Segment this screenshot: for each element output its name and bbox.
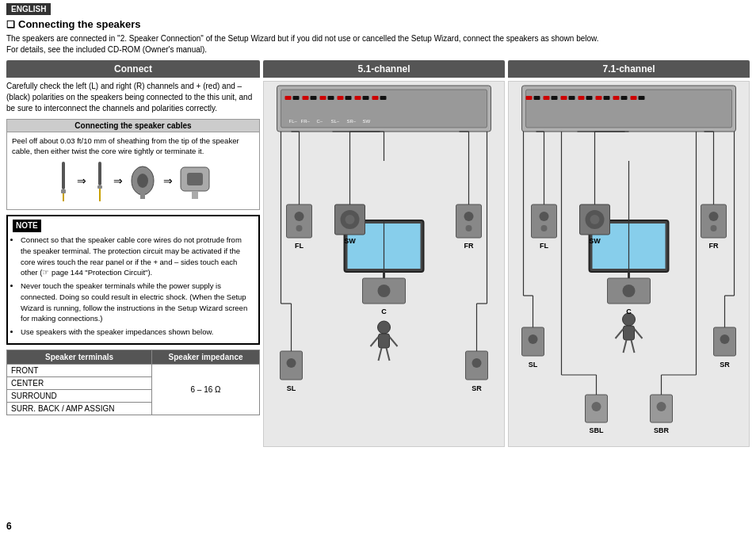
svg-rect-91: [621, 96, 628, 100]
svg-text:SBR: SBR: [654, 426, 670, 434]
terminal-surround: SURROUND: [7, 389, 152, 402]
ch71-diagram: FL FR C SW: [508, 81, 750, 447]
svg-point-58: [287, 358, 296, 368]
channel-71-column: 7.1-channel: [508, 60, 750, 447]
svg-point-48: [466, 225, 472, 231]
svg-point-55: [346, 215, 355, 224]
svg-rect-89: [604, 96, 610, 100]
cable-box-text: Peel off about 0.03 ft/10 mm of sheathin…: [12, 136, 239, 155]
svg-line-100: [616, 329, 624, 338]
svg-rect-21: [346, 96, 352, 100]
svg-rect-82: [544, 96, 550, 100]
svg-rect-85: [569, 96, 575, 100]
svg-rect-0: [62, 162, 65, 189]
arrow-3: ⇒: [163, 174, 173, 189]
cable-icon-1: [56, 162, 71, 201]
connect-header: Connect: [6, 60, 260, 78]
svg-text:C: C: [381, 308, 387, 315]
note-box: NOTE Connect so that the speaker cable c…: [6, 215, 260, 345]
page-number: 6: [6, 521, 12, 532]
svg-rect-20: [338, 96, 344, 100]
connect-body: Carefully check the left (L) and right (…: [6, 81, 260, 114]
terminal-center: CENTER: [7, 376, 152, 389]
table-row: FRONT 6 – 16 Ω: [7, 364, 260, 376]
arrow-2: ⇒: [113, 174, 123, 189]
svg-line-101: [635, 329, 643, 338]
svg-text:SR: SR: [720, 361, 730, 369]
svg-text:SW: SW: [363, 119, 371, 124]
note-item-2: Never touch the speaker terminals while …: [21, 281, 254, 324]
ch51-diagram: FL– FR– C– SL– SR– SW: [263, 81, 505, 447]
svg-point-126: [592, 402, 601, 411]
ch71-svg: FL FR C SW: [509, 82, 749, 446]
col-header-impedance: Speaker impedance: [152, 350, 260, 364]
svg-point-47: [464, 212, 474, 221]
svg-text:FL: FL: [295, 242, 304, 250]
svg-rect-25: [380, 96, 387, 100]
svg-text:SL: SL: [529, 361, 538, 369]
svg-rect-18: [320, 96, 326, 100]
arrow-1: ⇒: [77, 174, 86, 189]
svg-text:SW: SW: [344, 237, 356, 245]
svg-rect-84: [561, 96, 567, 100]
svg-rect-81: [534, 96, 540, 100]
svg-point-106: [541, 225, 548, 231]
svg-rect-79: [526, 90, 732, 128]
svg-line-103: [632, 340, 635, 353]
svg-point-7: [137, 174, 148, 188]
header-bar: ENGLISH: [6, 3, 51, 15]
svg-text:SW: SW: [589, 237, 601, 245]
svg-rect-88: [596, 96, 602, 100]
svg-rect-2: [63, 193, 64, 201]
ch71-header: 7.1-channel: [508, 60, 750, 78]
svg-rect-3: [98, 162, 101, 185]
impedance-value: 6 – 16 Ω: [152, 364, 260, 415]
svg-rect-10: [187, 173, 203, 185]
svg-rect-15: [293, 96, 300, 100]
channel-51-column: 5.1-channel: [263, 60, 505, 447]
connector-icon-1: [129, 163, 157, 199]
svg-text:SR: SR: [472, 384, 482, 392]
svg-point-43: [295, 212, 304, 221]
svg-rect-24: [372, 96, 379, 100]
svg-point-36: [378, 321, 391, 334]
terminal-surr-back: SURR. BACK / AMP ASSIGN: [7, 402, 152, 415]
svg-rect-17: [311, 96, 317, 100]
note-list: Connect so that the speaker cable core w…: [13, 235, 254, 338]
svg-point-113: [623, 285, 636, 297]
svg-rect-86: [578, 96, 585, 100]
impedance-table: Speaker terminals Speaker impedance FRON…: [6, 350, 260, 415]
svg-rect-5: [99, 189, 101, 201]
svg-rect-99: [624, 326, 635, 340]
svg-text:FR: FR: [709, 242, 719, 250]
svg-point-123: [720, 334, 730, 344]
svg-rect-22: [355, 96, 361, 100]
svg-rect-14: [285, 96, 292, 100]
svg-text:FR: FR: [464, 242, 474, 250]
svg-point-129: [657, 402, 666, 411]
svg-text:SBL: SBL: [590, 426, 605, 434]
svg-text:C: C: [626, 308, 632, 315]
svg-rect-87: [586, 96, 593, 100]
cable-box-title: Connecting the speaker cables: [7, 120, 259, 132]
svg-point-44: [296, 225, 303, 231]
svg-point-61: [472, 358, 482, 368]
svg-text:C–: C–: [317, 119, 323, 124]
svg-line-40: [379, 348, 382, 361]
svg-rect-13: [281, 90, 487, 128]
svg-rect-8: [140, 193, 145, 199]
cable-icon-2: [93, 162, 107, 201]
cable-box: Connecting the speaker cables Peel off a…: [6, 119, 260, 210]
svg-text:SR–: SR–: [347, 119, 357, 124]
svg-rect-92: [631, 96, 637, 100]
col-header-terminals: Speaker terminals: [7, 350, 152, 364]
svg-text:SL: SL: [287, 384, 296, 392]
svg-line-38: [371, 337, 379, 346]
svg-point-51: [378, 285, 391, 297]
svg-rect-16: [303, 96, 309, 100]
svg-rect-11: [192, 191, 198, 199]
svg-rect-90: [613, 96, 620, 100]
svg-rect-4: [97, 185, 102, 189]
svg-rect-37: [379, 334, 390, 348]
svg-line-102: [624, 340, 627, 353]
